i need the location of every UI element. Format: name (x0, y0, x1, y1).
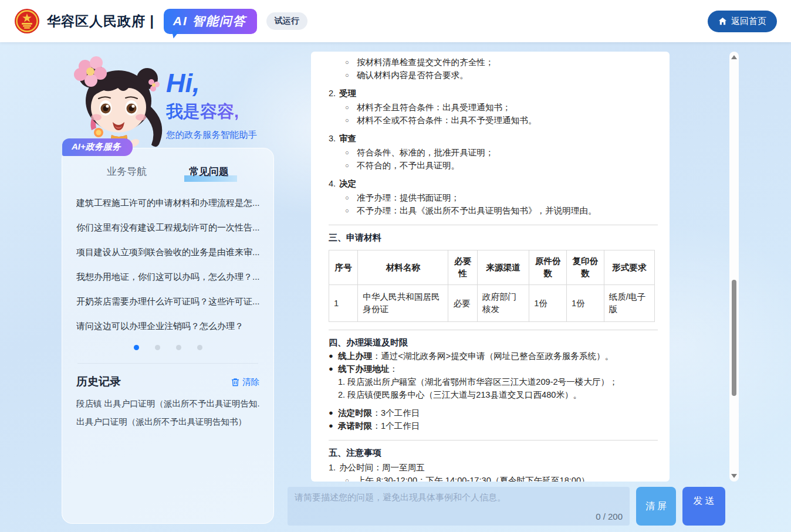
doc-bullet-text: 材料不全或不符合条件：出具不予受理通知书。 (357, 114, 536, 127)
doc-intro-bullets: ○ 按材料清单检查提交文件的齐全性； ○ 确认材料内容是否符合要求。 (329, 56, 658, 82)
circle-bullet-icon: ○ (345, 146, 357, 159)
app-root: 华容区人民政府 | AI 智能问答 试运行 返回首页 (0, 0, 791, 532)
pagination-dots (76, 345, 259, 350)
section-title-notes: 五、注意事项 (329, 446, 658, 460)
hero-name: 我是容容, (166, 100, 257, 124)
pagination-dot[interactable] (155, 345, 160, 350)
sidebar-divider (77, 363, 258, 364)
doc-bullet: ○ 材料齐全且符合条件：出具受理通知书； (345, 101, 658, 114)
question-item[interactable]: 开奶茶店需要办理什么许可证吗？这些许可证... (76, 296, 259, 307)
table-cell: 1 (329, 285, 358, 322)
hero-text: Hi, 我是容容, 您的政务服务智能助手 (166, 69, 257, 141)
history-item[interactable]: 出具户口证明（派出所不予出具证明告知书） (76, 416, 259, 428)
table-header-cell: 必要性 (448, 250, 477, 285)
answer-bubble: ○ 按材料清单检查提交文件的齐全性； ○ 确认材料内容是否符合要求。 2. 受理… (311, 52, 670, 482)
process-step: 4. 决定 ○ 准予办理：提供书面证明； ○ 不予办理：出具《派出所不予出具证明… (329, 177, 658, 217)
ai-qa-badge: AI 智能问答 (164, 9, 257, 34)
scrollbar-thumb[interactable] (732, 280, 736, 396)
doc-bullet-text: 材料齐全且符合条件：出具受理通知书； (357, 101, 511, 114)
process-step: 2. 受理 ○ 材料齐全且符合条件：出具受理通知书； ○ 材料不全或不符合条件：… (329, 87, 658, 127)
channel-list: ● 线上办理：通过<湖北政务网>提交申请（网址已整合至政务服务系统）。 ● 线下… (329, 350, 658, 432)
history-list: 段店镇 出具户口证明（派出所不予出具证明告知...出具户口证明（派出所不予出具证… (76, 398, 259, 428)
doc-bullet-text: 不予办理：出具《派出所不予出具证明告知书》，并说明理由。 (357, 204, 597, 217)
send-button[interactable]: 发送 (682, 487, 725, 526)
channel-text: ：通过<湖北政务网>提交申请（网址已整合至政务服务系统）。 (372, 351, 613, 361)
sidebar-tabs: 业务导航 常见问题 (76, 164, 259, 179)
section-divider (329, 440, 658, 440)
note-number: 1. (329, 461, 339, 474)
scrollbar-up-arrow[interactable] (731, 55, 737, 59)
channel-block: ● 法定时限：3个工作日 (329, 406, 658, 419)
step-number: 2. (329, 87, 339, 100)
doc-bullet-text: 上午 8:30-12:00；下午 14:00-17:30（夏令时下午延至18:0… (357, 474, 598, 482)
doc-bullet: ○ 按材料清单检查提交文件的齐全性； (345, 56, 658, 69)
doc-bullet-text: 不符合的，不予出具证明。 (357, 159, 459, 172)
question-item[interactable]: 我想办用地证，你们这可以办吗，怎么办理？... (76, 271, 259, 283)
circle-bullet-icon: ○ (345, 101, 357, 114)
step-title: 决定 (339, 177, 356, 190)
history-item[interactable]: 段店镇 出具户口证明（派出所不予出具证明告知... (76, 398, 259, 409)
channel-label: 法定时限 (338, 408, 372, 418)
question-input[interactable] (288, 487, 630, 526)
home-icon (718, 17, 727, 26)
government-emblem-icon (14, 8, 40, 34)
history-title: 历史记录 (76, 374, 121, 389)
note-bullets: ○ 上午 8:30-12:00；下午 14:00-17:30（夏令时下午延至18… (329, 474, 658, 482)
circle-bullet-icon: ○ (345, 56, 357, 69)
back-home-label: 返回首页 (731, 16, 766, 27)
composer: 0 / 200 (288, 487, 630, 526)
trial-run-badge: 试运行 (266, 12, 307, 30)
hero-greeting: Hi, (166, 69, 257, 97)
circle-bullet-icon: ○ (345, 159, 357, 172)
table-header-cell: 复印份数 (566, 250, 604, 285)
circle-bullet-icon: ○ (345, 474, 357, 482)
pagination-dot[interactable] (197, 345, 202, 350)
table-header-cell: 来源渠道 (477, 250, 529, 285)
table-cell: 1份 (566, 285, 604, 322)
channel-block: ● 线上办理：通过<湖北政务网>提交申请（网址已整合至政务服务系统）。 (329, 350, 658, 362)
section-divider (329, 225, 658, 225)
tab-faq[interactable]: 常见问题 (187, 164, 231, 179)
history-clear-button[interactable]: 清除 (231, 377, 259, 388)
clear-screen-button[interactable]: 清屏 (636, 487, 676, 526)
question-item[interactable]: 项目建设从立项到联合验收的业务是由谁来审... (76, 246, 259, 258)
step-title: 受理 (339, 87, 356, 100)
section-divider (329, 330, 658, 330)
table-cell: 1份 (529, 285, 567, 322)
doc-bullet-text: 准予办理：提供书面证明； (357, 191, 459, 204)
pagination-dot[interactable] (134, 345, 139, 350)
table-cell: 必要 (448, 285, 477, 322)
table-header-cell: 形式要求 (604, 250, 654, 285)
doc-bullet: ○ 不符合的，不予出具证明。 (345, 159, 658, 172)
step-title: 审查 (339, 132, 356, 145)
question-item[interactable]: 请问这边可以办理企业注销吗？怎么办理？ (76, 320, 259, 332)
pagination-dot[interactable] (176, 345, 181, 350)
channel-block: ● 承诺时限：1个工作日 (329, 419, 658, 432)
scrollbar-down-arrow[interactable] (731, 474, 737, 478)
channel-text: ：3个工作日 (372, 408, 420, 418)
doc-bullet-text: 按材料清单检查提交文件的齐全性； (357, 56, 494, 69)
materials-table: 序号材料名称必要性来源渠道原件份数复印份数形式要求 1中华人民共和国居民身份证必… (329, 250, 655, 322)
circle-bullet-icon: ○ (345, 204, 357, 217)
channel-sub-list: 1. 段店派出所户籍室（湖北省鄂州市华容区三江大道209-2号一楼大厅）；2. … (329, 375, 658, 401)
table-header-cell: 原件份数 (529, 250, 567, 285)
tab-business-nav[interactable]: 业务导航 (104, 164, 149, 179)
section-title-materials: 三、申请材料 (329, 231, 658, 245)
channel-text: ： (390, 364, 398, 374)
note-office-hours: 1. 办公时间：周一至周五 (329, 461, 658, 474)
section-title-channels: 四、办理渠道及时限 (329, 336, 658, 350)
question-item[interactable]: 建筑工程施工许可的申请材料和办理流程是怎... (76, 197, 259, 209)
back-home-button[interactable]: 返回首页 (708, 11, 777, 32)
site-title: 华容区人民政府 | (47, 12, 154, 31)
table-cell: 中华人民共和国居民身份证 (358, 285, 448, 322)
doc-bullet: ○ 确认材料内容是否符合要求。 (345, 69, 658, 82)
top-header: 华容区人民政府 | AI 智能问答 试运行 返回首页 (0, 0, 791, 42)
channel-text: ：1个工作日 (372, 421, 420, 431)
doc-bullet: ○ 不予办理：出具《派出所不予出具证明告知书》，并说明理由。 (345, 204, 658, 217)
hero-subtitle: 您的政务服务智能助手 (166, 129, 257, 141)
circle-bullet-icon: ○ (345, 114, 357, 127)
table-header-cell: 材料名称 (358, 250, 448, 285)
doc-steps: 2. 受理 ○ 材料齐全且符合条件：出具受理通知书； ○ 材料不全或不符合条件：… (329, 87, 658, 217)
channel-label: 线下办理地址 (338, 364, 390, 374)
question-item[interactable]: 你们这里有没有建设工程规划许可的一次性告... (76, 222, 259, 233)
